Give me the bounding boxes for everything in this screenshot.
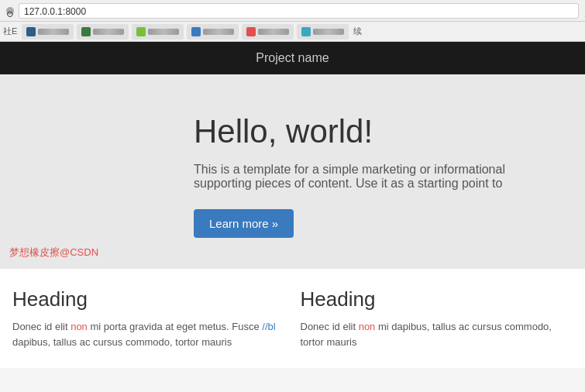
highlight-non-2: non [359, 321, 376, 332]
content-col-1: Heading Donec id elit non mi porta gravi… [12, 287, 285, 349]
bookmark-text-4 [203, 29, 234, 35]
bookmark-5[interactable] [242, 24, 294, 40]
bookmarks-label: 社E [3, 26, 17, 37]
bookmark-icon-4 [191, 27, 201, 36]
col-1-heading: Heading [12, 287, 285, 311]
highlight-link-1[interactable]: //bl [262, 321, 275, 332]
bookmarks-suffix: 续 [353, 26, 362, 37]
bookmark-text-2 [93, 29, 124, 35]
col-2-heading: Heading [301, 287, 573, 311]
bookmark-text-5 [258, 29, 289, 35]
highlight-non: non [71, 321, 88, 332]
hero-description: This is a template for a simple marketin… [194, 163, 554, 191]
bookmark-1[interactable] [22, 24, 74, 40]
col-2-text: Donec id elit non mi dapibus, tallus ac … [301, 319, 573, 349]
learn-more-button[interactable]: Learn more » [194, 209, 294, 238]
browser-bar: ○ 127.0.0.1:8000 [0, 0, 585, 22]
hero-title: Hello, world! [194, 113, 554, 150]
watermark: 梦想橡皮擦@CSDN [9, 246, 98, 260]
bookmark-icon-1 [26, 27, 36, 36]
bookmark-text-6 [313, 29, 344, 35]
content-row: Heading Donec id elit non mi porta gravi… [0, 269, 585, 368]
bookmark-3[interactable] [132, 24, 184, 40]
bookmark-6[interactable] [297, 24, 349, 40]
navbar: Project name [0, 42, 585, 74]
col-1-text: Donec id elit non mi porta gravida at eg… [12, 319, 285, 349]
bookmark-icon-6 [301, 27, 311, 36]
bookmark-4[interactable] [187, 24, 239, 40]
bookmark-text-3 [148, 29, 179, 35]
bookmark-icon-5 [246, 27, 256, 36]
browser-favicon: ○ [6, 7, 14, 15]
navbar-brand: Project name [256, 51, 329, 65]
bookmark-icon-3 [136, 27, 146, 36]
bookmark-text-1 [38, 29, 69, 35]
content-col-2: Heading Donec id elit non mi dapibus, ta… [301, 287, 573, 349]
hero-section: Hello, world! This is a template for a s… [0, 74, 585, 269]
bookmark-2[interactable] [77, 24, 129, 40]
bookmark-icon-2 [81, 27, 91, 36]
browser-url[interactable]: 127.0.0.1:8000 [19, 3, 579, 19]
bookmarks-bar: 社E 续 [0, 22, 585, 42]
